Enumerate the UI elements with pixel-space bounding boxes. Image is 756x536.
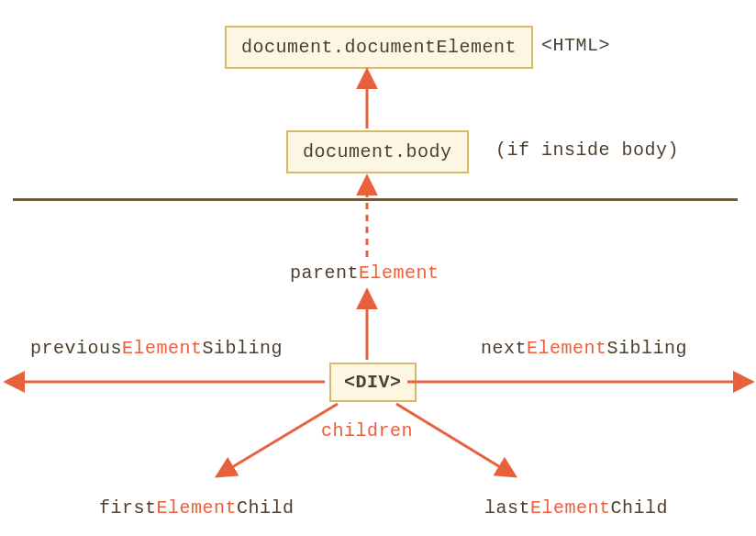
label-last-element-child-suffix: Child: [611, 497, 669, 519]
label-previous-element-sibling: previousElementSibling: [30, 338, 283, 359]
arrow-last-child: [396, 404, 514, 475]
label-first-element-child: firstElementChild: [99, 497, 295, 519]
label-children: children: [321, 420, 413, 441]
label-children-hl: children: [321, 420, 413, 441]
label-next-element-sibling-hl: Element: [527, 338, 607, 359]
label-last-element-child: lastElementChild: [484, 497, 668, 519]
box-div-text: <DIV>: [344, 372, 402, 393]
note-body: (if inside body): [495, 140, 679, 161]
box-document-element-text: document.documentElement: [241, 37, 517, 58]
label-last-element-child-prefix: last: [484, 497, 530, 519]
label-parent-element-hl: Element: [359, 262, 439, 284]
box-div: <DIV>: [329, 363, 417, 402]
label-previous-element-sibling-suffix: Sibling: [203, 338, 284, 359]
box-document-body: document.body: [286, 130, 469, 173]
box-document-body-text: document.body: [303, 141, 452, 162]
arrow-first-child: [218, 404, 338, 475]
label-next-element-sibling: nextElementSibling: [481, 338, 687, 359]
label-parent-element: parentElement: [290, 262, 439, 284]
note-html: <HTML>: [541, 35, 610, 56]
label-first-element-child-suffix: Child: [237, 497, 295, 519]
label-previous-element-sibling-hl: Element: [122, 338, 203, 359]
label-next-element-sibling-suffix: Sibling: [607, 338, 688, 359]
box-document-element: document.documentElement: [225, 26, 533, 69]
label-parent-element-prefix: parent: [290, 262, 359, 284]
diagram-stage: document.documentElement <HTML> document…: [0, 0, 756, 536]
divider-line: [13, 198, 738, 201]
label-next-element-sibling-prefix: next: [481, 338, 527, 359]
label-previous-element-sibling-prefix: previous: [30, 338, 122, 359]
label-first-element-child-hl: Element: [157, 497, 238, 519]
label-first-element-child-prefix: first: [99, 497, 157, 519]
label-last-element-child-hl: Element: [530, 497, 611, 519]
